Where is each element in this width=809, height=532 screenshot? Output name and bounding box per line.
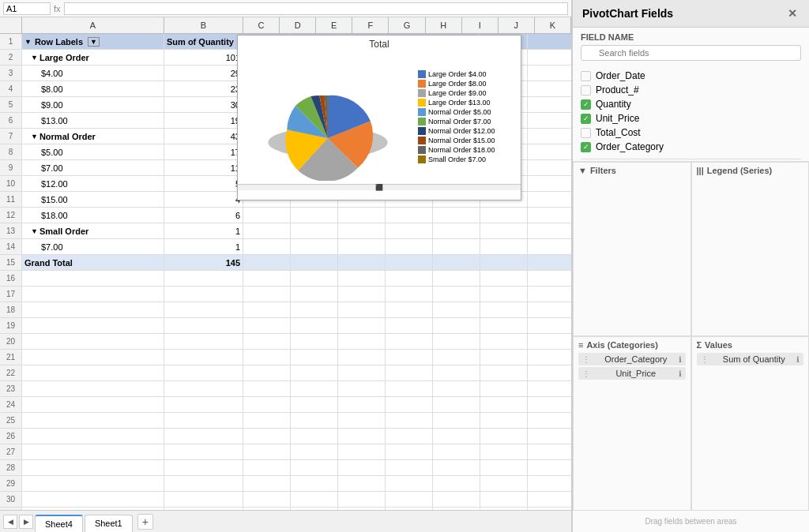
cell-i[interactable] xyxy=(528,160,571,176)
cell-a[interactable] xyxy=(22,444,164,460)
cell-d[interactable] xyxy=(291,302,338,318)
cell-b[interactable]: 11 xyxy=(164,160,243,176)
tab-sheet1[interactable]: Sheet1 xyxy=(85,515,133,532)
cell-i[interactable] xyxy=(528,318,571,334)
axis-item-order-category[interactable]: ⋮ Order_Category ℹ xyxy=(578,353,686,365)
col-header-j[interactable]: J xyxy=(499,17,535,33)
cell-d[interactable] xyxy=(291,381,338,397)
cell-b[interactable]: Sum of Quantity xyxy=(164,34,243,50)
cell-b[interactable] xyxy=(164,476,243,492)
cell-a[interactable] xyxy=(22,397,164,413)
cell-g[interactable] xyxy=(433,397,480,413)
cell-e[interactable] xyxy=(338,302,386,318)
col-header-a[interactable]: A xyxy=(22,17,164,33)
cell-a[interactable]: $7.00 xyxy=(22,160,164,176)
cell-c[interactable] xyxy=(243,429,291,444)
cell-i[interactable] xyxy=(528,97,571,113)
cell-e[interactable] xyxy=(338,208,386,223)
cell-i[interactable] xyxy=(528,223,571,239)
cell-e[interactable] xyxy=(338,255,386,271)
cell-h[interactable] xyxy=(480,255,528,271)
filter-button[interactable]: ▼ xyxy=(88,37,100,47)
axis-item-info[interactable]: ℹ xyxy=(679,355,682,364)
cell-c[interactable] xyxy=(243,397,291,413)
field-checkbox[interactable] xyxy=(581,85,591,96)
cell-i[interactable] xyxy=(528,208,571,223)
col-header-g[interactable]: G xyxy=(389,17,425,33)
cell-c[interactable] xyxy=(243,508,291,510)
cell-a[interactable]: $9.00 xyxy=(22,97,164,113)
cell-g[interactable] xyxy=(433,208,480,223)
cell-a[interactable]: ▼Normal Order xyxy=(22,129,164,144)
cell-d[interactable] xyxy=(291,287,338,302)
cell-b[interactable] xyxy=(164,302,243,318)
cell-b[interactable]: 1 xyxy=(164,239,243,255)
cell-b[interactable] xyxy=(164,492,243,508)
cell-a[interactable] xyxy=(22,365,164,381)
cell-b[interactable] xyxy=(164,318,243,334)
cell-a[interactable]: $4.00 xyxy=(22,66,164,81)
cell-a[interactable] xyxy=(22,334,164,350)
cell-d[interactable] xyxy=(291,508,338,510)
field-item[interactable]: Product_# xyxy=(581,83,801,97)
cell-f[interactable] xyxy=(386,365,433,381)
cell-e[interactable] xyxy=(338,397,386,413)
cell-i[interactable] xyxy=(528,239,571,255)
cell-i[interactable] xyxy=(528,476,571,492)
cell-f[interactable] xyxy=(386,444,433,460)
cell-b[interactable] xyxy=(164,381,243,397)
cell-a[interactable] xyxy=(22,508,164,510)
field-checkbox[interactable] xyxy=(581,128,591,138)
name-box[interactable] xyxy=(3,2,51,15)
cell-h[interactable] xyxy=(480,460,528,476)
cell-b[interactable]: 4 xyxy=(164,192,243,208)
cell-g[interactable] xyxy=(433,365,480,381)
cell-c[interactable] xyxy=(243,381,291,397)
formula-input[interactable] xyxy=(64,2,568,15)
cell-a[interactable] xyxy=(22,476,164,492)
chart-container[interactable]: Total xyxy=(237,35,521,200)
tab-nav-next[interactable]: ▶ xyxy=(19,515,33,529)
cell-f[interactable] xyxy=(386,429,433,444)
cell-e[interactable] xyxy=(338,223,386,239)
cell-e[interactable] xyxy=(338,271,386,287)
cell-b[interactable]: 29 xyxy=(164,66,243,81)
cell-g[interactable] xyxy=(433,302,480,318)
cell-g[interactable] xyxy=(433,508,480,510)
field-checkbox[interactable]: ✓ xyxy=(581,114,591,124)
cell-g[interactable] xyxy=(433,476,480,492)
cell-i[interactable] xyxy=(528,334,571,350)
field-item[interactable]: Order_Date xyxy=(581,69,801,83)
cell-g[interactable] xyxy=(433,318,480,334)
cell-e[interactable] xyxy=(338,334,386,350)
cell-i[interactable] xyxy=(528,271,571,287)
cell-h[interactable] xyxy=(480,444,528,460)
cell-g[interactable] xyxy=(433,271,480,287)
cell-b[interactable]: 6 xyxy=(164,208,243,223)
cell-d[interactable] xyxy=(291,318,338,334)
cell-f[interactable] xyxy=(386,476,433,492)
cell-i[interactable] xyxy=(528,397,571,413)
cell-a[interactable] xyxy=(22,429,164,444)
cell-d[interactable] xyxy=(291,271,338,287)
col-header-i[interactable]: I xyxy=(462,17,499,33)
cell-d[interactable] xyxy=(291,239,338,255)
cell-b[interactable]: 23 xyxy=(164,81,243,97)
cell-i[interactable] xyxy=(528,66,571,81)
cell-i[interactable] xyxy=(528,365,571,381)
cell-g[interactable] xyxy=(433,223,480,239)
cell-i[interactable] xyxy=(528,381,571,397)
cell-a[interactable]: $18.00 xyxy=(22,208,164,223)
cell-i[interactable] xyxy=(528,255,571,271)
axis-item-unit-price[interactable]: ⋮ Unit_Price ℹ xyxy=(578,367,686,380)
cell-b[interactable]: 30 xyxy=(164,97,243,113)
values-item-sum-qty[interactable]: ⋮ Sum of Quantity ℹ xyxy=(697,353,804,365)
cell-f[interactable] xyxy=(386,318,433,334)
cell-i[interactable] xyxy=(528,129,571,144)
cell-i[interactable] xyxy=(528,144,571,160)
cell-e[interactable] xyxy=(338,350,386,365)
cell-c[interactable] xyxy=(243,318,291,334)
cell-h[interactable] xyxy=(480,381,528,397)
field-checkbox[interactable] xyxy=(581,71,591,81)
cell-d[interactable] xyxy=(291,397,338,413)
